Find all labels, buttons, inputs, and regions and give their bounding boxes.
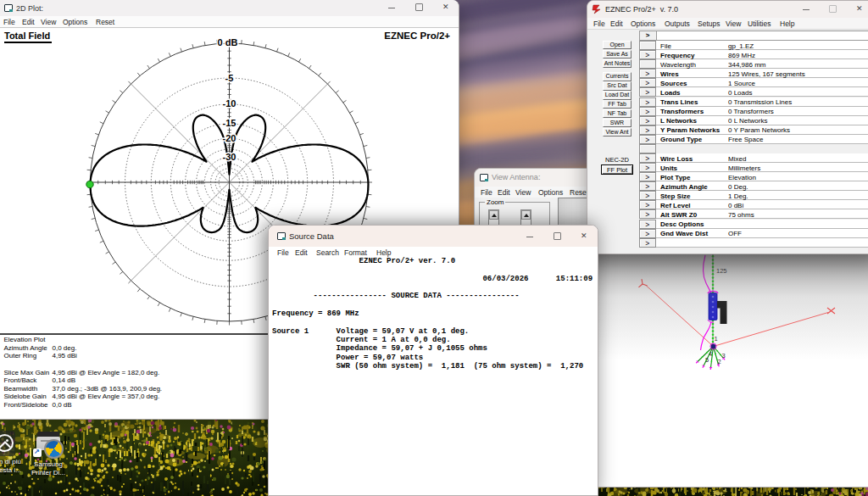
svg-text:-15: -15 bbox=[223, 118, 236, 128]
svg-text:-20: -20 bbox=[223, 133, 236, 143]
svg-text:-30: -30 bbox=[223, 152, 236, 162]
svg-text:-5: -5 bbox=[225, 73, 234, 83]
svg-text:0 dB: 0 dB bbox=[218, 37, 238, 47]
svg-text:-10: -10 bbox=[223, 98, 236, 109]
